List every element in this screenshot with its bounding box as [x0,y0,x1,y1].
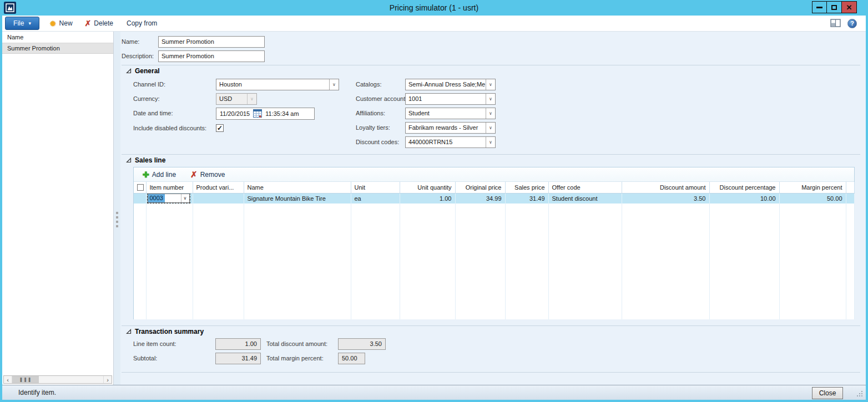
item-number-editor[interactable]: 0003 ∨ [148,194,190,203]
total-margin-percent-label: Total margin percent: [266,353,324,364]
delete-x-icon: ✗ [85,19,92,27]
offer-code-cell[interactable]: Student discount [548,193,622,203]
transaction-summary-section-header[interactable]: Transaction summary [126,328,204,335]
include-disabled-discounts-label: Include disabled discounts: [133,123,206,134]
new-star-icon: ✹ [49,19,57,28]
add-plus-icon: ✚ [143,171,149,179]
chevron-down-icon[interactable]: ∨ [486,123,495,133]
catalogs-label: Catalogs: [356,79,381,90]
date-time-label: Date and time: [133,108,173,119]
catalogs-combo[interactable]: Semi-Annual Dress Sale;Me ∨ [405,79,496,90]
include-disabled-discounts-checkbox[interactable]: ✓ [216,124,224,132]
menu-bar: File ▾ ✹ New ✗ Delete Copy from ? [2,16,866,32]
filler-cell [846,193,854,203]
chevron-down-icon[interactable]: ∨ [486,94,495,104]
currency-combo: USD ∨ [216,93,257,105]
col-unit-quantity[interactable]: Unit quantity [400,182,455,193]
unit-quantity-cell[interactable]: 1.00 [400,193,455,203]
col-product-variant[interactable]: Product vari... [193,182,244,193]
scroll-left-icon[interactable]: ‹ [4,376,12,383]
panel-splitter[interactable] [114,32,120,385]
currency-label: Currency: [133,93,160,105]
channel-id-value: Houston [216,79,329,90]
col-item-number[interactable]: Item number [146,182,193,193]
section-divider [122,65,860,65]
item-number-value[interactable]: 0003 [148,194,165,202]
chevron-down-icon[interactable]: ∨ [181,194,189,202]
discount-codes-combo[interactable]: 440000RTRN15 ∨ [405,136,496,148]
form-main: Name: Summer Promotion Description: Summ… [120,32,866,385]
section-divider [122,372,860,373]
layout-panes-icon[interactable] [830,19,841,28]
transaction-summary-title: Transaction summary [135,328,204,335]
chevron-down-icon[interactable]: ∨ [486,108,495,119]
sales-line-section-title: Sales line [135,156,165,164]
record-list-item-selected[interactable]: Summer Promotion [2,43,113,54]
col-sales-price[interactable]: Sales price [505,182,548,193]
col-offer-code[interactable]: Offer code [548,182,622,193]
maximize-button[interactable] [827,1,842,13]
status-bar: Identify item. Close [2,385,866,400]
catalogs-value: Semi-Annual Dress Sale;Me [406,79,486,90]
table-row[interactable]: 0003 ∨ Signature Mountain Bike Tire ea 1… [134,193,854,203]
col-discount-percentage[interactable]: Discount percentage [709,182,779,193]
loyalty-tiers-combo[interactable]: Fabrikam rewards - Silver ∨ [405,122,496,134]
time-value[interactable]: 11:35:34 am [262,110,302,117]
margin-percent-cell[interactable]: 50.00 [779,193,846,203]
horizontal-scrollbar[interactable]: ‹ ❚❚❚ › [3,375,112,384]
close-window-button[interactable]: ✕ [842,1,857,13]
col-margin-percent[interactable]: Margin percent [779,182,846,193]
name-cell[interactable]: Signature Mountain Bike Tire [244,193,351,203]
col-discount-amount[interactable]: Discount amount [622,182,709,193]
loyalty-tiers-label: Loyalty tiers: [356,122,390,134]
scroll-right-icon[interactable]: › [103,376,112,383]
delete-button[interactable]: ✗ Delete [85,19,113,27]
chevron-down-icon[interactable]: ∨ [329,79,339,90]
close-button[interactable]: Close [812,387,843,399]
chevron-down-icon[interactable]: ∨ [486,79,495,90]
record-list-column-header[interactable]: Name [2,32,113,43]
scrollbar-thumb[interactable]: ❚❚❚ [12,376,39,383]
product-variant-cell[interactable] [193,193,244,203]
item-number-cell[interactable]: 0003 ∨ [146,193,193,203]
resize-grip-icon[interactable] [856,391,862,398]
date-value[interactable]: 11/20/2015 [216,110,253,117]
date-time-field[interactable]: 11/20/2015 11:35:34 am [216,108,315,120]
add-line-button[interactable]: ✚ Add line [143,171,176,179]
original-price-cell[interactable]: 34.99 [455,193,505,203]
col-original-price[interactable]: Original price [455,182,505,193]
calendar-icon[interactable] [253,109,262,119]
record-list-panel: Name Summer Promotion ‹ ❚❚❚ › [2,32,114,385]
channel-id-label: Channel ID: [133,79,165,90]
discount-amount-cell[interactable]: 3.50 [622,193,709,203]
splitter-grip-icon [116,212,118,227]
new-button[interactable]: ✹ New [49,19,73,28]
affiliations-combo[interactable]: Student ∨ [405,108,496,119]
affiliations-label: Affiliations: [356,108,385,119]
general-section-header[interactable]: General [126,67,160,75]
col-unit[interactable]: Unit [351,182,400,193]
col-name[interactable]: Name [244,182,351,193]
help-icon[interactable]: ? [847,19,857,28]
select-all-header[interactable] [134,182,146,193]
section-divider [122,325,860,326]
customer-account-combo[interactable]: 1001 ∨ [405,93,496,105]
copy-from-button[interactable]: Copy from [127,19,157,27]
subtotal-field: 31.49 [215,353,261,364]
discount-percentage-cell[interactable]: 10.00 [709,193,779,203]
description-input[interactable]: Summer Promotion [158,50,265,62]
collapse-triangle-icon [126,329,132,334]
row-select-cell[interactable] [134,193,146,203]
remove-button[interactable]: ✗ Remove [190,170,225,179]
sales-line-section-header[interactable]: Sales line [126,156,165,164]
chevron-down-icon[interactable]: ∨ [486,137,495,147]
select-all-checkbox[interactable] [137,184,144,191]
name-input[interactable]: Summer Promotion [158,36,265,48]
sales-price-cell[interactable]: 31.49 [505,193,548,203]
col-filler [846,182,854,193]
channel-id-combo[interactable]: Houston ∨ [216,79,339,90]
unit-cell[interactable]: ea [351,193,400,203]
minimize-button[interactable] [812,1,827,13]
file-menu-button[interactable]: File ▾ [5,17,39,30]
add-line-label: Add line [152,171,176,179]
